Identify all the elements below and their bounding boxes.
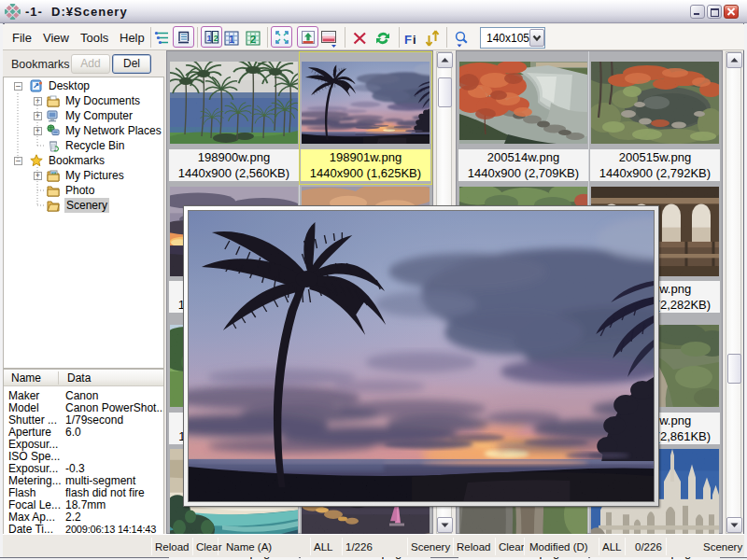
svg-text:1: 1 bbox=[206, 34, 211, 43]
svg-text:1: 1 bbox=[229, 34, 234, 45]
svg-text:2: 2 bbox=[250, 34, 256, 45]
svg-text:2: 2 bbox=[213, 34, 218, 43]
svg-text:i: i bbox=[413, 33, 416, 47]
svg-text:F: F bbox=[404, 33, 412, 47]
